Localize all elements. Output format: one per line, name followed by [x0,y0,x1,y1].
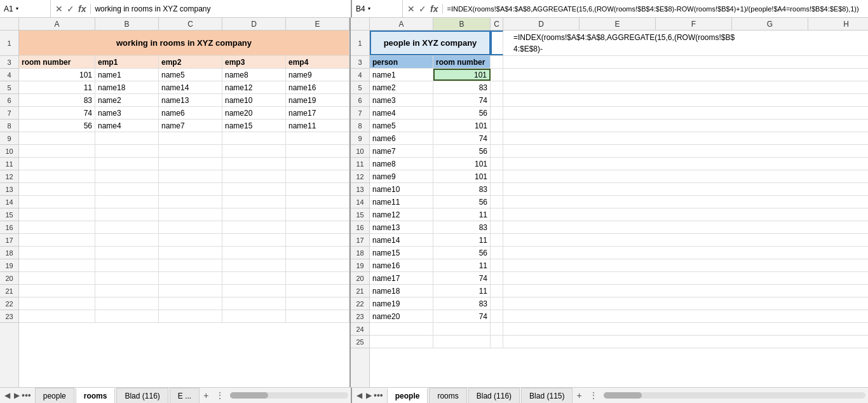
right-col-header-b[interactable]: B [433,18,491,30]
left-e10c[interactable] [159,145,222,157]
right-24a[interactable] [370,323,433,335]
left-e19d[interactable] [222,259,286,271]
right-23b[interactable]: 74 [433,310,491,322]
right-19b[interactable]: 11 [433,259,491,271]
left-e16a[interactable] [19,221,95,233]
right-10b[interactable]: 56 [433,145,491,157]
left-e11c[interactable] [159,158,222,170]
left-e22e[interactable] [286,297,349,310]
right-18a[interactable]: name15 [370,247,433,259]
right-15b[interactable]: 11 [433,208,491,221]
left-e23a[interactable] [19,310,95,322]
left-title-cell[interactable]: working in rooms in XYZ company [19,31,349,55]
right-col-header-a[interactable]: A [370,18,433,30]
left-e12d[interactable] [222,170,286,182]
tab-right-blad115[interactable]: Blad (115) [521,388,573,404]
left-row-header-10[interactable]: 10 [0,145,18,158]
left-tab-next-icon[interactable]: ▶ [12,391,22,400]
left-e21c[interactable] [159,285,222,297]
right-cell-ref-box[interactable]: B4 ▾ [352,0,403,18]
right-tab-next-icon[interactable]: ▶ [364,391,374,400]
left-row-header-18[interactable]: 18 [0,247,18,259]
right-tab-dots[interactable]: ••• [374,390,383,400]
right-19c[interactable] [491,259,503,271]
left-e19e[interactable] [286,259,349,271]
right-formula-input[interactable] [443,5,868,13]
left-e23d[interactable] [222,310,286,322]
right-row-header-1[interactable]: 1 [351,31,369,56]
left-e20e[interactable] [286,272,349,284]
left-row-header-3[interactable]: 3 [0,56,18,69]
tab-left-people[interactable]: people [35,388,74,404]
right-row-header-17[interactable]: 17 [351,234,369,247]
right-16c[interactable] [491,221,503,233]
left-e21a[interactable] [19,285,95,297]
right-25a[interactable] [370,336,433,348]
right-18c[interactable] [491,247,503,259]
left-header-emp1[interactable]: emp1 [95,56,159,68]
left-cell-8d[interactable]: name15 [222,120,286,132]
left-e19b[interactable] [95,259,159,271]
left-row-header-14[interactable]: 14 [0,196,18,208]
right-fx-icon[interactable]: fx [428,4,440,14]
left-e14a[interactable] [19,196,95,208]
left-cell-6c[interactable]: name13 [159,94,222,106]
right-row-header-10[interactable]: 10 [351,145,369,158]
left-tab-add[interactable]: + [200,390,212,400]
left-scrollbar-thumb[interactable] [230,392,268,399]
left-row-header-7[interactable]: 7 [0,107,18,120]
right-row-header-6[interactable]: 6 [351,94,369,107]
left-col-header-c[interactable]: C [159,18,222,30]
left-cell-4b[interactable]: name1 [95,69,159,81]
right-25c[interactable] [491,336,503,348]
left-e16b[interactable] [95,221,159,233]
left-cell-4d[interactable]: name8 [222,69,286,81]
left-row-header-11[interactable]: 11 [0,158,18,170]
right-23c[interactable] [491,310,503,322]
right-row-header-13[interactable]: 13 [351,183,369,196]
left-cell-7a[interactable]: 74 [19,107,95,119]
left-e12e[interactable] [286,170,349,182]
left-e11b[interactable] [95,158,159,170]
left-tab-dots[interactable]: ••• [22,390,31,400]
left-e20d[interactable] [222,272,286,284]
left-row-header-13[interactable]: 13 [0,183,18,196]
tab-left-rooms[interactable]: rooms [76,388,116,404]
right-title-cell[interactable]: people in XYZ company [370,31,491,55]
left-e15c[interactable] [159,208,222,221]
left-e12a[interactable] [19,170,95,182]
left-cell-5d[interactable]: name12 [222,81,286,93]
left-row-header-9[interactable]: 9 [0,132,18,145]
left-cell-6e[interactable]: name19 [286,94,349,106]
left-e14e[interactable] [286,196,349,208]
left-cell-5c[interactable]: name14 [159,81,222,93]
right-6c[interactable] [491,94,503,106]
right-7b[interactable]: 56 [433,107,491,119]
right-24c[interactable] [491,323,503,335]
right-row-header-8[interactable]: 8 [351,120,369,132]
left-cell-8c[interactable]: name7 [159,120,222,132]
right-13c[interactable] [491,183,503,195]
left-cell-5b[interactable]: name18 [95,81,159,93]
left-e17b[interactable] [95,234,159,246]
left-e19c[interactable] [159,259,222,271]
left-e11a[interactable] [19,158,95,170]
left-e22d[interactable] [222,297,286,310]
right-14c[interactable] [491,196,503,208]
right-21b[interactable]: 11 [433,285,491,297]
tab-right-rooms[interactable]: rooms [429,388,466,404]
left-e22c[interactable] [159,297,222,310]
left-e17e[interactable] [286,234,349,246]
right-7a[interactable]: name4 [370,107,433,119]
left-e22b[interactable] [95,297,159,310]
tab-left-blad116[interactable]: Blad (116) [116,388,168,404]
right-8b[interactable]: 101 [433,120,491,132]
right-header-c[interactable] [491,56,503,68]
right-10c[interactable] [491,145,503,157]
right-25b[interactable] [433,336,491,348]
left-e10b[interactable] [95,145,159,157]
left-row-header-5[interactable]: 5 [0,81,18,94]
left-cell-8b[interactable]: name4 [95,120,159,132]
left-e19a[interactable] [19,259,95,271]
right-8a[interactable]: name5 [370,120,433,132]
